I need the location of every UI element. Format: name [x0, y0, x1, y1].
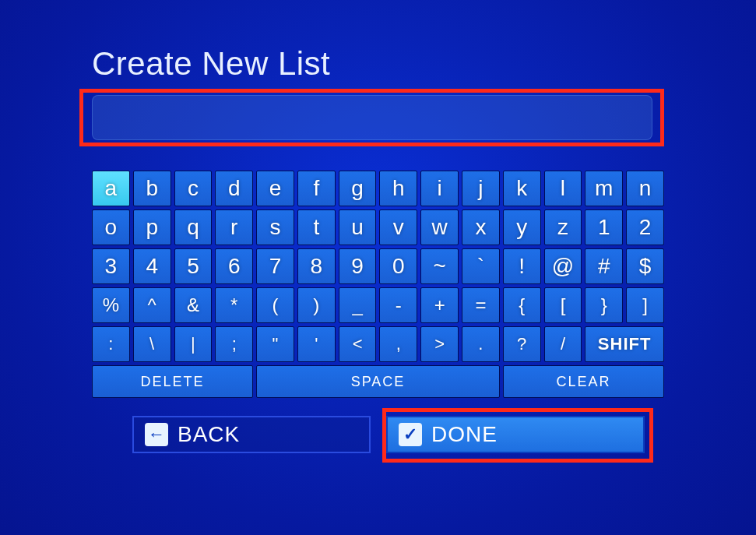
key->[interactable]: > — [420, 326, 459, 362]
key-<[interactable]: < — [339, 326, 377, 362]
done-label: DONE — [431, 422, 498, 447]
key-shift[interactable]: SHIFT — [585, 326, 664, 362]
key-^[interactable]: ^ — [133, 287, 171, 323]
key-d[interactable]: d — [215, 171, 253, 206]
key-o[interactable]: o — [92, 209, 130, 245]
back-button[interactable]: ← BACK — [132, 416, 371, 453]
key-~[interactable]: ~ — [420, 248, 459, 284]
key-+[interactable]: + — [420, 287, 459, 323]
key-}[interactable]: } — [585, 287, 623, 323]
key--[interactable]: - — [379, 287, 417, 323]
key-m[interactable]: m — [585, 171, 623, 206]
arrow-left-icon: ← — [145, 423, 168, 446]
key-"[interactable]: " — [256, 326, 294, 362]
key-v[interactable]: v — [379, 209, 417, 245]
key-=[interactable]: = — [462, 287, 500, 323]
key-delete[interactable]: DELETE — [92, 365, 253, 398]
key-j[interactable]: j — [462, 171, 500, 206]
key-:[interactable]: : — [92, 326, 130, 362]
key-b[interactable]: b — [133, 171, 171, 206]
key-.[interactable]: . — [462, 326, 500, 362]
key-2[interactable]: 2 — [626, 209, 664, 245]
key-{[interactable]: { — [503, 287, 541, 323]
done-button[interactable]: ✓ DONE — [386, 416, 645, 453]
key-;[interactable]: ; — [215, 326, 253, 362]
key-'[interactable]: ' — [297, 326, 336, 362]
key-s[interactable]: s — [256, 209, 294, 245]
key-h[interactable]: h — [379, 171, 417, 206]
key-r[interactable]: r — [215, 209, 253, 245]
key-/[interactable]: / — [544, 326, 582, 362]
key-%[interactable]: % — [92, 287, 130, 323]
key-0[interactable]: 0 — [379, 248, 417, 284]
key-clear[interactable]: CLEAR — [503, 365, 664, 398]
key-,[interactable]: , — [379, 326, 417, 362]
key-g[interactable]: g — [339, 171, 377, 206]
key-([interactable]: ( — [256, 287, 294, 323]
checkmark-icon: ✓ — [399, 423, 422, 446]
key-e[interactable]: e — [256, 171, 294, 206]
key-&[interactable]: & — [174, 287, 213, 323]
key-4[interactable]: 4 — [133, 248, 171, 284]
key-y[interactable]: y — [503, 209, 541, 245]
bottom-row: ← BACK ✓ DONE — [132, 416, 646, 453]
page-title: Create New List — [92, 45, 330, 83]
key-p[interactable]: p — [133, 209, 171, 245]
screen: Create New List abcdefghijklmn opqrstuvw… — [0, 0, 756, 535]
key-5[interactable]: 5 — [174, 248, 213, 284]
key-3[interactable]: 3 — [92, 248, 130, 284]
key-][interactable]: ] — [626, 287, 664, 323]
key-u[interactable]: u — [339, 209, 377, 245]
key-![interactable]: ! — [503, 248, 541, 284]
key-t[interactable]: t — [297, 209, 336, 245]
back-label: BACK — [178, 422, 240, 447]
key-9[interactable]: 9 — [339, 248, 377, 284]
key-z[interactable]: z — [544, 209, 582, 245]
key-i[interactable]: i — [420, 171, 459, 206]
key-x[interactable]: x — [462, 209, 500, 245]
key-q[interactable]: q — [174, 209, 213, 245]
on-screen-keyboard: abcdefghijklmn opqrstuvwxyz12 34567890~`… — [92, 171, 664, 398]
key-|[interactable]: | — [174, 326, 213, 362]
key-c[interactable]: c — [174, 171, 213, 206]
key-)[interactable]: ) — [297, 287, 336, 323]
key-#[interactable]: # — [585, 248, 623, 284]
key-\[interactable]: \ — [133, 326, 171, 362]
key-1[interactable]: 1 — [585, 209, 623, 245]
key-n[interactable]: n — [626, 171, 664, 206]
key-`[interactable]: ` — [462, 248, 500, 284]
key-l[interactable]: l — [544, 171, 582, 206]
key-w[interactable]: w — [420, 209, 459, 245]
key-space[interactable]: SPACE — [256, 365, 500, 398]
key-7[interactable]: 7 — [256, 248, 294, 284]
key-[[interactable]: [ — [544, 287, 582, 323]
key-?[interactable]: ? — [503, 326, 541, 362]
key-*[interactable]: * — [215, 287, 253, 323]
key-@[interactable]: @ — [544, 248, 582, 284]
key-a[interactable]: a — [92, 171, 130, 206]
key-k[interactable]: k — [503, 171, 541, 206]
key-8[interactable]: 8 — [297, 248, 336, 284]
key-$[interactable]: $ — [626, 248, 664, 284]
list-name-input[interactable] — [92, 95, 652, 140]
key-f[interactable]: f — [297, 171, 336, 206]
key-6[interactable]: 6 — [215, 248, 253, 284]
key-_[interactable]: _ — [339, 287, 377, 323]
